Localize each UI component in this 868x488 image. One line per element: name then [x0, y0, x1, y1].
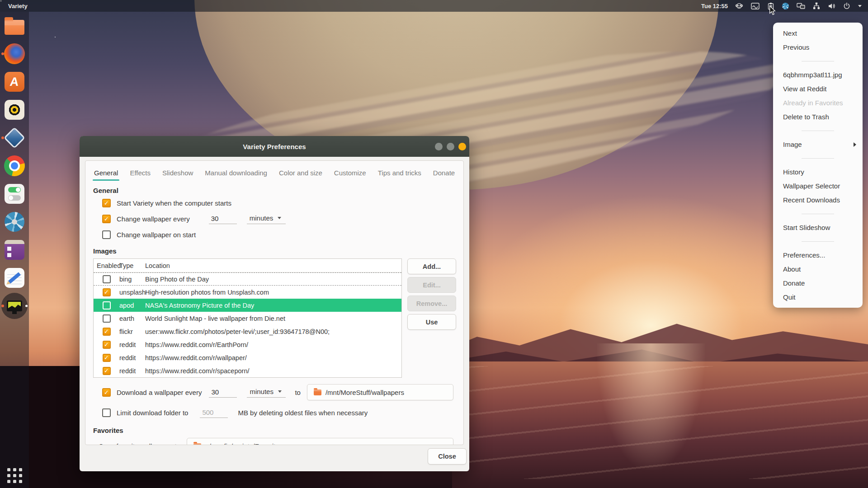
focused-app-menu[interactable]: Variety — [8, 3, 28, 9]
menu-item-view-at-reddit[interactable]: View at Reddit — [773, 82, 863, 96]
tab-color-and-size[interactable]: Color and size — [273, 164, 328, 181]
menu-item-6qbhmmp3atl11-jpg[interactable]: 6qbhmmp3atl11.jpg — [773, 68, 863, 82]
menu-item-about[interactable]: About — [773, 262, 863, 276]
tab-customize[interactable]: Customize — [328, 164, 372, 181]
dock-item-files[interactable] — [0, 12, 29, 40]
variety-icon — [1, 293, 28, 319]
table-row-reddit[interactable]: ✓reddithttps://www.reddit.com/r/spacepor… — [94, 364, 401, 377]
download-interval-input[interactable] — [209, 387, 237, 398]
change-interval-unit-dropdown[interactable]: minutes — [247, 213, 286, 224]
rhythmbox-icon — [5, 100, 24, 120]
menu-item-previous[interactable]: Previous — [773, 40, 863, 54]
power-icon[interactable] — [843, 2, 850, 9]
chevron-down-icon[interactable] — [858, 5, 862, 7]
variety-tray-icon[interactable] — [751, 3, 760, 9]
mailspring-icon[interactable] — [735, 2, 743, 9]
tab-donate[interactable]: Donate — [427, 164, 461, 181]
images-buttons: Add...Edit...Remove...Use — [407, 258, 456, 330]
change-on-start-checkbox[interactable] — [102, 230, 111, 239]
dock-item-shutter[interactable] — [0, 208, 29, 236]
displays-icon[interactable] — [797, 2, 805, 9]
limit-suffix-label: MB by deleting oldest files when necessa… — [238, 409, 368, 417]
window-controls — [435, 136, 466, 157]
use-button[interactable]: Use — [407, 314, 456, 330]
maximize-button[interactable] — [447, 143, 454, 150]
change-interval-input[interactable] — [209, 214, 237, 224]
row-location: High-resolution photos from Unsplash.com — [145, 289, 401, 296]
tab-slideshow[interactable]: Slideshow — [156, 164, 199, 181]
show-applications-button[interactable] — [0, 466, 29, 484]
row-enabled-checkbox[interactable]: ✓ — [103, 328, 111, 336]
dock-item-variety[interactable] — [0, 292, 29, 320]
menu-item-wallpaper-selector[interactable]: Wallpaper Selector — [773, 179, 863, 193]
row-location: https://www.reddit.com/r/wallpaper/ — [145, 354, 401, 361]
tab-tips-and-tricks[interactable]: Tips and tricks — [372, 164, 427, 181]
menu-item-next[interactable]: Next — [773, 26, 863, 40]
row-enabled-checkbox[interactable] — [103, 275, 111, 283]
dock-item-virtualbox[interactable] — [0, 124, 29, 152]
close-button[interactable]: Close — [428, 448, 467, 465]
menu-separator — [773, 235, 863, 248]
terminal-icon — [5, 240, 24, 260]
shutter-tray-icon[interactable] — [782, 3, 789, 9]
table-row-reddit[interactable]: ✓reddithttps://www.reddit.com/r/wallpape… — [94, 351, 401, 364]
menu-item-history[interactable]: History — [773, 165, 863, 179]
table-row-earth[interactable]: earthWorld Sunlight Map - live wallpaper… — [94, 312, 401, 325]
minimize-button[interactable] — [435, 143, 443, 150]
download-folder-path: /mnt/MoreStuff/wallpapers — [326, 389, 404, 396]
limit-size-input[interactable] — [200, 408, 228, 418]
menu-item-already-in-favorites[interactable]: Already in Favorites — [773, 96, 863, 110]
menu-item-preferences[interactable]: Preferences... — [773, 248, 863, 262]
download-checkbox[interactable]: ✓ — [102, 388, 111, 397]
row-enabled-checkbox[interactable]: ✓ — [103, 354, 111, 362]
dock-item-tweaks[interactable] — [0, 180, 29, 208]
download-unit-dropdown[interactable]: minutes — [247, 387, 286, 398]
dock-item-text-editor[interactable] — [0, 264, 29, 292]
row-type: reddit — [119, 354, 145, 361]
table-row-flickr[interactable]: ✓flickruser:www.flickr.com/photos/peter-… — [94, 325, 401, 338]
row-enabled-checkbox[interactable]: ✓ — [103, 367, 111, 375]
dropdown-arrow-icon — [278, 390, 282, 393]
row-enabled-checkbox[interactable]: ✓ — [103, 341, 111, 349]
dock-item-chrome[interactable] — [0, 152, 29, 180]
dock-item-firefox[interactable] — [0, 40, 29, 68]
change-wallpaper-row: ✓ Change wallpaper every minutes — [102, 214, 463, 224]
row-enabled-checkbox[interactable] — [103, 314, 111, 323]
menu-separator — [773, 151, 863, 165]
download-folder-button[interactable]: /mnt/MoreStuff/wallpapers — [307, 384, 453, 400]
limit-checkbox[interactable] — [102, 408, 111, 417]
tab-manual-downloading[interactable]: Manual downloading — [199, 164, 273, 181]
volume-icon[interactable] — [828, 3, 835, 9]
table-row-reddit[interactable]: ✓reddithttps://www.reddit.com/r/EarthPor… — [94, 338, 401, 351]
table-row-bing[interactable]: bingBing Photo of the Day — [94, 272, 401, 286]
table-row-apod[interactable]: apodNASA's Astronomy Picture of the Day — [94, 299, 401, 312]
add-button[interactable]: Add... — [407, 258, 456, 274]
row-location: user:www.flickr.com/photos/peter-levi/;u… — [145, 328, 401, 335]
chrome-icon — [4, 155, 25, 176]
dock-item-ubuntu-software[interactable] — [0, 68, 29, 96]
favorites-folder-button[interactable]: ~/.config/variety/Favorites — [187, 438, 453, 445]
table-row-unsplash[interactable]: ✓unsplashHigh-resolution photos from Uns… — [94, 286, 401, 299]
dock-item-terminal[interactable] — [0, 236, 29, 264]
start-variety-checkbox[interactable]: ✓ — [102, 199, 111, 207]
menu-item-recent-downloads[interactable]: Recent Downloads — [773, 193, 863, 207]
menu-item-start-slideshow[interactable]: Start Slideshow — [773, 221, 863, 235]
remove-button[interactable]: Remove... — [407, 296, 456, 311]
clock[interactable]: Tue 12:55 — [701, 3, 728, 9]
change-wallpaper-checkbox[interactable]: ✓ — [102, 215, 111, 223]
menu-item-delete-to-trash[interactable]: Delete to Trash — [773, 110, 863, 124]
edit-button[interactable]: Edit... — [407, 277, 456, 293]
dock-item-rhythmbox[interactable] — [0, 96, 29, 124]
row-enabled-checkbox[interactable]: ✓ — [103, 288, 111, 296]
menu-item-image[interactable]: Image — [773, 137, 863, 151]
network-icon[interactable] — [813, 2, 820, 9]
change-on-start-row: Change wallpaper on start — [102, 230, 463, 239]
tab-general[interactable]: General — [88, 164, 124, 181]
window-titlebar[interactable]: Variety Preferences — [80, 136, 469, 157]
tab-effects[interactable]: Effects — [124, 164, 156, 181]
menu-item-donate[interactable]: Donate — [773, 276, 863, 290]
menu-item-quit[interactable]: Quit — [773, 290, 863, 304]
row-enabled-checkbox[interactable] — [103, 301, 111, 310]
ubuntu-software-icon — [5, 72, 24, 92]
close-window-button[interactable] — [458, 143, 466, 150]
